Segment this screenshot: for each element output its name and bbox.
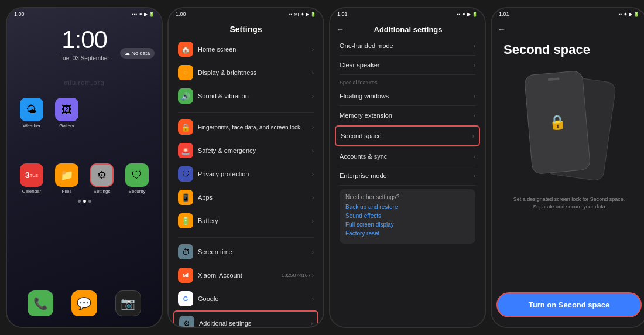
- additional-settings-list: One-handed mode › Clear speaker › Specia…: [330, 36, 485, 327]
- app-security-icon: 🛡: [125, 163, 149, 187]
- homescreen-icon: 🏠: [178, 42, 193, 57]
- dock-messages[interactable]: 💬: [71, 290, 97, 316]
- need-settings-box: Need other settings? Back up and restore…: [340, 189, 475, 244]
- divider-1: [178, 112, 314, 113]
- app-weather[interactable]: 🌤 Weather: [16, 98, 47, 128]
- status-time-3: 1:01: [337, 11, 348, 17]
- settings-item-apps[interactable]: 📱 Apps ›: [173, 186, 318, 209]
- settings-item-screentime[interactable]: ⏱ Screen time ›: [173, 240, 318, 264]
- settings-group-1: 🏠 Home screen › 🔆 Display & brightness ›…: [173, 37, 318, 108]
- turn-on-button[interactable]: Turn on Second space: [496, 292, 642, 317]
- app-calendar-icon: 3TUE: [20, 163, 43, 187]
- dot-3: [88, 200, 91, 203]
- app-settings-icon: ⚙: [90, 163, 114, 187]
- status-time-4: 1:01: [499, 11, 509, 17]
- safety-icon: 🚨: [178, 143, 193, 158]
- settings-group-3: ⏱ Screen time › Mi Xiaomi Account 182587…: [173, 240, 318, 327]
- phone-screen-3: 1:01 ▪▪ ✦ ▶ 🔋 ← Additional settings One-…: [329, 7, 486, 328]
- back-button-3[interactable]: ←: [336, 25, 344, 34]
- settings-item-homescreen[interactable]: 🏠 Home screen ›: [173, 37, 318, 61]
- settings-item-google[interactable]: G Google ›: [173, 287, 318, 310]
- app-gallery[interactable]: 🖼 Gallery: [52, 98, 82, 128]
- as-item-enterprise[interactable]: Enterprise mode ›: [335, 166, 480, 185]
- settings-item-safety[interactable]: 🚨 Safety & emergency ›: [173, 139, 318, 162]
- dot-1: [78, 200, 81, 203]
- as-item-secondspace[interactable]: Second space ›: [335, 125, 480, 146]
- app-empty-1: [87, 98, 117, 128]
- app-files-label: Files: [62, 189, 72, 194]
- app-dock-row: 3TUE Calendar 📁 Files ⚙ Settings 🛡 Secur…: [7, 163, 162, 194]
- app-settings[interactable]: ⚙ Settings: [87, 163, 117, 194]
- phone-screen-4: 1:01 ▪▪ ✦ ▶ 🔋 ← Second space 🔒 Set a des…: [491, 7, 644, 328]
- watermark: miuirom.org: [7, 79, 162, 86]
- status-bar-4: 1:01 ▪▪ ✦ ▶ 🔋: [492, 8, 644, 20]
- as-item-floating[interactable]: Floating windows ›: [335, 87, 480, 105]
- dock-phone[interactable]: 📞: [28, 290, 53, 316]
- dock-camera[interactable]: 📷: [115, 290, 141, 316]
- app-weather-icon: 🌤: [20, 98, 43, 121]
- status-bar-3: 1:01 ▪▪ ✦ ▶ 🔋: [330, 8, 485, 20]
- app-security[interactable]: 🛡 Security: [122, 163, 152, 194]
- status-time-2: 1:00: [176, 11, 186, 17]
- back-button-4[interactable]: ←: [498, 25, 506, 34]
- link-backup[interactable]: Back up and restore: [345, 204, 470, 210]
- as-item-accounts[interactable]: Accounts & sync ›: [335, 147, 480, 166]
- screen3-header: ← Additional settings: [330, 20, 485, 36]
- additional-icon: ⚙: [179, 316, 194, 327]
- screentime-icon: ⏱: [178, 244, 193, 259]
- app-calendar-label: Calendar: [22, 189, 41, 194]
- display-icon: 🔆: [178, 65, 193, 80]
- app-gallery-icon: 🖼: [55, 98, 78, 121]
- sound-icon: 🔊: [178, 88, 193, 104]
- bottom-dock: 📞 💬 📷: [7, 286, 162, 321]
- app-files[interactable]: 📁 Files: [52, 163, 82, 194]
- divider-2: [178, 237, 314, 238]
- link-fullscreen[interactable]: Full screen display: [345, 221, 470, 228]
- app-empty-2: [122, 98, 152, 128]
- app-grid: 🌤 Weather 🖼 Gallery: [7, 98, 162, 128]
- as-item-memory[interactable]: Memory extension ›: [335, 106, 480, 125]
- fingerprints-icon: 🔒: [178, 119, 193, 135]
- settings-item-fingerprints[interactable]: 🔒 Fingerprints, face data, and screen lo…: [173, 115, 318, 139]
- settings-item-display[interactable]: 🔆 Display & brightness ›: [173, 61, 318, 84]
- dot-2: [83, 200, 86, 203]
- settings-item-sound[interactable]: 🔊 Sound & vibration ›: [173, 84, 318, 108]
- second-space-content: Second space 🔒 Set a designated screen l…: [492, 36, 644, 292]
- settings-title: Settings: [169, 20, 323, 37]
- link-soundeffects[interactable]: Sound effects: [345, 213, 470, 219]
- app-calendar[interactable]: 3TUE Calendar: [16, 163, 47, 194]
- status-bar-2: 1:00 ▪▪ Mi ✦ ▶ 🔋: [169, 8, 323, 20]
- as-item-onehanded[interactable]: One-handed mode ›: [335, 36, 480, 55]
- settings-list: 🏠 Home screen › 🔆 Display & brightness ›…: [169, 37, 323, 327]
- screen3-title: Additional settings: [349, 25, 467, 34]
- app-security-label: Security: [129, 189, 146, 194]
- settings-item-battery[interactable]: 🔋 Battery ›: [173, 209, 318, 233]
- as-section-special: Special features: [335, 75, 480, 87]
- page-dots: [7, 200, 162, 203]
- second-space-desc: Set a designated screen lock for Second …: [501, 196, 637, 210]
- google-icon: G: [178, 291, 193, 306]
- need-settings-title: Need other settings?: [345, 194, 470, 200]
- battery-icon: 🔋: [178, 213, 193, 228]
- status-icons-1: ▪▪▪ ✦ ▶ 🔋: [132, 12, 155, 17]
- as-divider-7: [340, 185, 475, 186]
- settings-item-privacy[interactable]: 🛡 Privacy protection ›: [173, 162, 318, 186]
- app-gallery-label: Gallery: [59, 123, 74, 128]
- screen4-header: ←: [492, 20, 644, 36]
- status-time-1: 1:00: [14, 11, 25, 17]
- app-files-icon: 📁: [55, 163, 78, 187]
- settings-item-xiaomi[interactable]: Mi Xiaomi Account 1825874167 ›: [173, 264, 318, 287]
- phone-screen-2: 1:00 ▪▪ Mi ✦ ▶ 🔋 Settings 🏠 Home screen …: [167, 7, 324, 328]
- settings-item-additional[interactable]: ⚙ Additional settings ›: [173, 310, 318, 327]
- phone-illustration: 🔒: [522, 67, 616, 184]
- app-settings-label: Settings: [94, 189, 111, 194]
- status-bar-1: 1:00 ▪▪▪ ✦ ▶ 🔋: [7, 8, 162, 20]
- as-item-clearspeaker[interactable]: Clear speaker ›: [335, 56, 480, 74]
- link-factoryreset[interactable]: Factory reset: [345, 230, 470, 237]
- xiaomi-icon: Mi: [178, 268, 193, 283]
- weather-widget: ☁ No data: [120, 48, 155, 59]
- phone-illus-front: 🔒: [524, 70, 591, 175]
- phone-screen-1: 1:00 ▪▪▪ ✦ ▶ 🔋 1:00 Tue, 03 September ☁ …: [6, 7, 163, 328]
- privacy-icon: 🛡: [178, 166, 193, 182]
- second-space-title: Second space: [501, 42, 590, 57]
